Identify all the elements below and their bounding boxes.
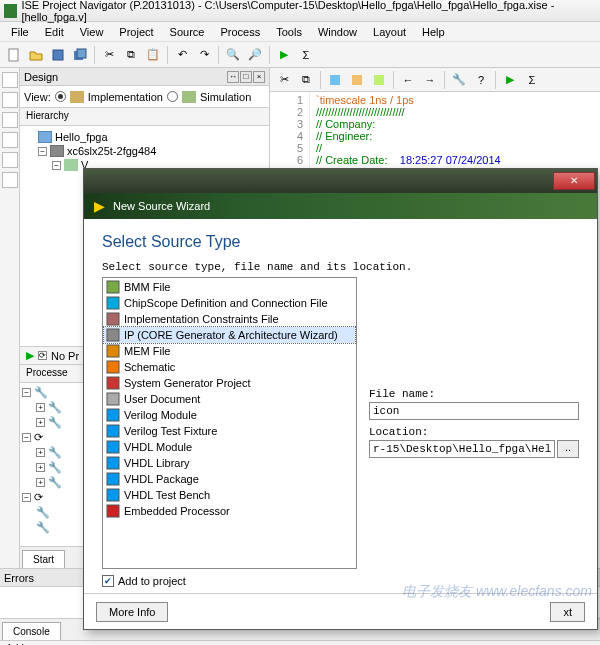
ed-cut-icon[interactable]: ✂ — [274, 70, 294, 90]
window-title: ISE Project Navigator (P.20131013) - C:\… — [21, 0, 596, 23]
paste-icon[interactable]: 📋 — [143, 45, 163, 65]
location-input[interactable] — [369, 440, 555, 458]
saveall-icon[interactable] — [70, 45, 90, 65]
ed-3[interactable] — [369, 70, 389, 90]
menu-tools[interactable]: Tools — [269, 24, 309, 40]
save-icon[interactable] — [48, 45, 68, 65]
pin-icon[interactable]: ↔ — [227, 71, 239, 83]
vtb-5[interactable] — [2, 152, 18, 168]
source-type-icon — [106, 472, 120, 486]
browse-button[interactable]: .. — [557, 440, 579, 458]
source-type-icon — [106, 280, 120, 294]
svg-rect-7 — [50, 145, 64, 157]
vtb-2[interactable] — [2, 92, 18, 108]
svg-rect-18 — [107, 377, 119, 389]
source-type-item[interactable]: System Generator Project — [104, 375, 355, 391]
source-type-icon — [106, 440, 120, 454]
vtb-1[interactable] — [2, 72, 18, 88]
errors-title: Errors — [4, 572, 34, 584]
source-type-item[interactable]: Implementation Constraints File — [104, 311, 355, 327]
dialog-footer: More Info xt — [84, 593, 597, 629]
source-type-list[interactable]: BMM FileChipScope Definition and Connect… — [102, 277, 357, 569]
menu-source[interactable]: Source — [163, 24, 212, 40]
svg-rect-4 — [70, 91, 84, 103]
tree-project[interactable]: Hello_fpga — [24, 130, 265, 144]
next-button[interactable]: xt — [550, 602, 585, 622]
ed-2[interactable] — [347, 70, 367, 90]
source-type-item[interactable]: User Document — [104, 391, 355, 407]
zoom-icon[interactable]: 🔍 — [223, 45, 243, 65]
source-type-item[interactable]: IP (CORE Generator & Architecture Wizard… — [104, 327, 355, 343]
svg-rect-10 — [352, 75, 362, 85]
source-type-item[interactable]: Verilog Module — [104, 407, 355, 423]
menu-help[interactable]: Help — [415, 24, 452, 40]
close-panel-icon[interactable]: × — [253, 71, 265, 83]
close-icon[interactable]: ✕ — [553, 172, 595, 190]
menu-file[interactable]: File — [4, 24, 36, 40]
editor-toolbar: ✂ ⧉ ← → 🔧 ? ▶ Σ — [270, 68, 600, 92]
source-type-item[interactable]: VHDL Test Bench — [104, 487, 355, 503]
redo-icon[interactable]: ↷ — [194, 45, 214, 65]
refresh-icon[interactable]: ⟳ — [38, 351, 47, 360]
svg-rect-1 — [53, 50, 63, 60]
source-type-item[interactable]: VHDL Library — [104, 455, 355, 471]
menu-process[interactable]: Process — [213, 24, 267, 40]
menu-layout[interactable]: Layout — [366, 24, 413, 40]
title-bar: ISE Project Navigator (P.20131013) - C:\… — [0, 0, 600, 22]
tree-device[interactable]: −xc6slx25t-2fgg484 — [24, 144, 265, 158]
copy-icon[interactable]: ⧉ — [121, 45, 141, 65]
source-type-item[interactable]: VHDL Module — [104, 439, 355, 455]
filename-input[interactable] — [369, 402, 579, 420]
open-icon[interactable] — [26, 45, 46, 65]
add-to-project-checkbox[interactable]: ✔ — [102, 575, 114, 587]
tab-start[interactable]: Start — [22, 550, 65, 568]
dock-icon[interactable]: □ — [240, 71, 252, 83]
vtb-6[interactable] — [2, 172, 18, 188]
menu-window[interactable]: Window — [311, 24, 364, 40]
radio-impl[interactable] — [55, 91, 66, 102]
cut-icon[interactable]: ✂ — [99, 45, 119, 65]
ed-sigma-icon[interactable]: Σ — [522, 70, 542, 90]
source-type-icon — [106, 424, 120, 438]
source-type-item[interactable]: Verilog Test Fixture — [104, 423, 355, 439]
svg-rect-21 — [107, 425, 119, 437]
radio-sim[interactable] — [167, 91, 178, 102]
source-type-item[interactable]: VHDL Package — [104, 471, 355, 487]
impl-icon[interactable]: Σ — [296, 45, 316, 65]
source-type-label: Schematic — [124, 361, 175, 373]
menu-project[interactable]: Project — [112, 24, 160, 40]
source-type-label: Verilog Test Fixture — [124, 425, 217, 437]
find-icon[interactable]: 🔎 — [245, 45, 265, 65]
ed-play-icon[interactable]: ▶ — [500, 70, 520, 90]
ed-help-icon[interactable]: ? — [471, 70, 491, 90]
ed-1[interactable] — [325, 70, 345, 90]
svg-rect-26 — [107, 505, 119, 517]
tab-console[interactable]: Console — [2, 622, 61, 640]
source-type-label: VHDL Module — [124, 441, 192, 453]
svg-rect-15 — [107, 329, 119, 341]
menu-view[interactable]: View — [73, 24, 111, 40]
ed-back-icon[interactable]: ← — [398, 70, 418, 90]
source-type-item[interactable]: ChipScope Definition and Connection File — [104, 295, 355, 311]
run-icon[interactable]: ▶ — [274, 45, 294, 65]
source-type-icon — [106, 456, 120, 470]
ed-fwd-icon[interactable]: → — [420, 70, 440, 90]
menu-edit[interactable]: Edit — [38, 24, 71, 40]
source-type-item[interactable]: Embedded Processor — [104, 503, 355, 519]
dialog-titlebar[interactable]: ✕ — [84, 169, 597, 193]
hierarchy-header: Hierarchy — [20, 108, 269, 126]
svg-rect-14 — [107, 313, 119, 325]
source-type-item[interactable]: Schematic — [104, 359, 355, 375]
new-icon[interactable] — [4, 45, 24, 65]
vtb-4[interactable] — [2, 132, 18, 148]
undo-icon[interactable]: ↶ — [172, 45, 192, 65]
ed-wrench-icon[interactable]: 🔧 — [449, 70, 469, 90]
source-type-icon — [106, 392, 120, 406]
vtb-3[interactable] — [2, 112, 18, 128]
source-type-item[interactable]: BMM File — [104, 279, 355, 295]
more-info-button[interactable]: More Info — [96, 602, 168, 622]
source-type-icon — [106, 376, 120, 390]
source-type-item[interactable]: MEM File — [104, 343, 355, 359]
ed-copy-icon[interactable]: ⧉ — [296, 70, 316, 90]
filename-label: File name: — [369, 388, 579, 400]
